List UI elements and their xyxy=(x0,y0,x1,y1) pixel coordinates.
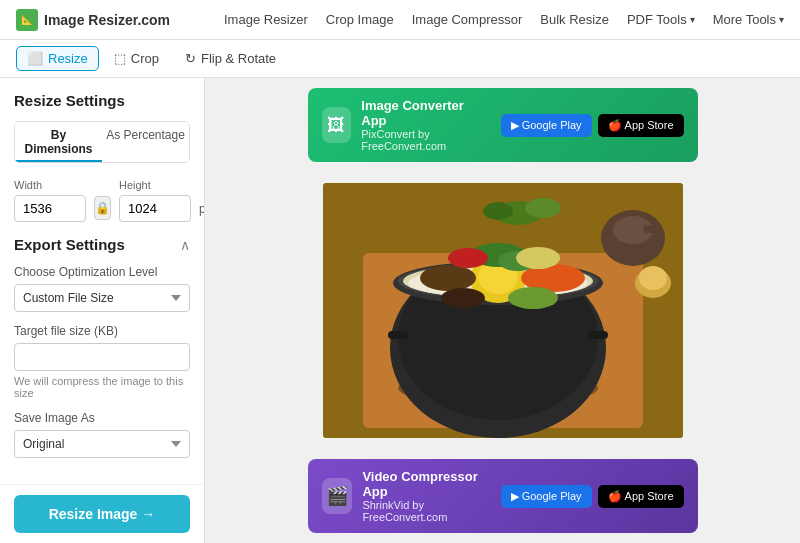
nav-image-resizer[interactable]: Image Resizer xyxy=(224,12,308,27)
nav-pdf-tools[interactable]: PDF Tools ▾ xyxy=(627,12,695,27)
save-image-as-select[interactable]: Original xyxy=(14,430,190,458)
optimization-group: Choose Optimization Level Custom File Si… xyxy=(14,265,190,312)
banner-top-text: Image Converter App PixConvert by FreeCo… xyxy=(361,98,490,152)
svg-rect-26 xyxy=(588,331,608,339)
header-nav: Image Resizer Crop Image Image Compresso… xyxy=(224,12,784,27)
export-settings-title: Export Settings xyxy=(14,236,125,253)
top-app-store-button[interactable]: 🍎 App Store xyxy=(598,114,684,137)
bottom-google-play-button[interactable]: ▶ Google Play xyxy=(501,485,592,508)
banner-bottom-buttons: ▶ Google Play 🍎 App Store xyxy=(501,485,684,508)
as-percentage-tab[interactable]: As Percentage xyxy=(102,122,189,162)
svg-point-20 xyxy=(420,265,476,291)
svg-point-7 xyxy=(483,202,513,220)
food-image xyxy=(323,183,683,438)
google-play-icon-2: ▶ xyxy=(511,490,519,503)
pdf-tools-chevron-icon: ▾ xyxy=(690,14,695,25)
resize-tool-button[interactable]: ⬜ Resize xyxy=(16,46,99,71)
banner-top-title: Image Converter App xyxy=(361,98,490,128)
svg-point-6 xyxy=(525,198,561,218)
svg-point-28 xyxy=(639,266,667,290)
flip-rotate-icon: ↻ xyxy=(185,51,196,66)
banner-bottom-text: Video Compressor App ShrinkVid by FreeCo… xyxy=(362,469,490,523)
optimization-label: Choose Optimization Level xyxy=(14,265,190,279)
sidebar-content: Resize Settings By Dimensions As Percent… xyxy=(0,78,204,484)
bottom-app-store-button[interactable]: 🍎 App Store xyxy=(598,485,684,508)
width-input[interactable] xyxy=(14,195,86,222)
dimension-tab-group: By Dimensions As Percentage xyxy=(14,121,190,163)
banner-bottom-icon: 🎬 xyxy=(322,478,353,514)
resize-settings-title: Resize Settings xyxy=(14,92,190,109)
flip-rotate-label: Flip & Rotate xyxy=(201,51,276,66)
top-banner: 🖼 Image Converter App PixConvert by Free… xyxy=(308,88,698,162)
banner-top-subtitle: PixConvert by FreeConvert.com xyxy=(361,128,490,152)
px-label: px ▾ xyxy=(199,202,204,216)
crop-tool-button[interactable]: ⬚ Crop xyxy=(103,46,170,71)
banner-bottom-title: Video Compressor App xyxy=(362,469,490,499)
svg-point-24 xyxy=(441,288,485,308)
height-group: Height xyxy=(119,179,191,222)
top-google-play-button[interactable]: ▶ Google Play xyxy=(501,114,592,137)
resize-button-wrapper: Resize Image → xyxy=(0,484,204,543)
svg-point-21 xyxy=(516,247,560,269)
svg-point-23 xyxy=(508,287,558,309)
nav-more-tools[interactable]: More Tools ▾ xyxy=(713,12,784,27)
height-label: Height xyxy=(119,179,191,191)
bottom-banner: 🎬 Video Compressor App ShrinkVid by Free… xyxy=(308,459,698,533)
lock-button[interactable]: 🔒 xyxy=(94,196,111,220)
height-input[interactable] xyxy=(119,195,191,222)
width-group: Width xyxy=(14,179,86,222)
toolbar: ⬜ Resize ⬚ Crop ↻ Flip & Rotate xyxy=(0,40,800,78)
resize-icon: ⬜ xyxy=(27,51,43,66)
hint-text: We will compress the image to this size xyxy=(14,375,190,399)
optimization-select[interactable]: Custom File Size xyxy=(14,284,190,312)
resize-label: Resize xyxy=(48,51,88,66)
svg-point-22 xyxy=(448,248,488,268)
nav-crop-image[interactable]: Crop Image xyxy=(326,12,394,27)
banner-bottom-subtitle: ShrinkVid by FreeConvert.com xyxy=(362,499,490,523)
header: 📐 Image Resizer.com Image Resizer Crop I… xyxy=(0,0,800,40)
target-file-size-label: Target file size (KB) xyxy=(14,324,190,338)
more-tools-chevron-icon: ▾ xyxy=(779,14,784,25)
crop-label: Crop xyxy=(131,51,159,66)
banner-top-buttons: ▶ Google Play 🍎 App Store xyxy=(501,114,684,137)
nav-bulk-resize[interactable]: Bulk Resize xyxy=(540,12,609,27)
save-image-as-label: Save Image As xyxy=(14,411,190,425)
target-file-size-input[interactable] xyxy=(14,343,190,371)
logo-icon: 📐 xyxy=(16,9,38,31)
crop-icon: ⬚ xyxy=(114,51,126,66)
banner-top-icon: 🖼 xyxy=(322,107,352,143)
apple-icon: 🍎 xyxy=(608,119,622,132)
resize-image-button[interactable]: Resize Image → xyxy=(14,495,190,533)
nav-image-compressor[interactable]: Image Compressor xyxy=(412,12,523,27)
main: Resize Settings By Dimensions As Percent… xyxy=(0,78,800,543)
svg-rect-4 xyxy=(643,225,661,233)
logo-text: Image Resizer.com xyxy=(44,12,170,28)
width-label: Width xyxy=(14,179,86,191)
dimensions-row: Width 🔒 Height px ▾ xyxy=(14,179,190,222)
svg-rect-25 xyxy=(388,331,408,339)
sidebar: Resize Settings By Dimensions As Percent… xyxy=(0,78,205,543)
save-image-as-group: Save Image As Original xyxy=(14,411,190,458)
target-file-size-group: Target file size (KB) We will compress t… xyxy=(14,324,190,399)
content-area: 🖼 Image Converter App PixConvert by Free… xyxy=(205,78,800,543)
export-header: Export Settings ∧ xyxy=(14,236,190,253)
apple-icon-2: 🍎 xyxy=(608,490,622,503)
by-dimensions-tab[interactable]: By Dimensions xyxy=(15,122,102,162)
flip-rotate-tool-button[interactable]: ↻ Flip & Rotate xyxy=(174,46,287,71)
image-display-area xyxy=(323,172,683,449)
logo[interactable]: 📐 Image Resizer.com xyxy=(16,9,170,31)
collapse-button[interactable]: ∧ xyxy=(180,237,190,253)
google-play-icon: ▶ xyxy=(511,119,519,132)
bibimbap-svg xyxy=(323,183,683,438)
